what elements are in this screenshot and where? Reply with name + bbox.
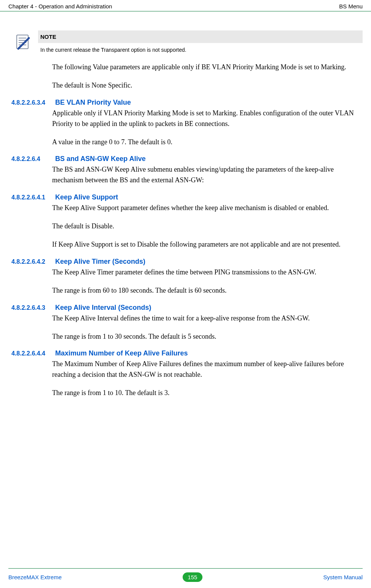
note-body: In the current release the Transparent o… xyxy=(38,43,363,53)
section-para: The Keep Alive Timer parameter defines t… xyxy=(52,267,359,278)
footer-row: BreezeMAX Extreme 155 System Manual xyxy=(8,572,363,582)
section-para: The BS and ASN-GW Keep Alive submenu ena… xyxy=(52,164,359,186)
section-para: The range is from 1 to 10. The default i… xyxy=(52,388,359,398)
section-para: The Keep Alive Support parameter defines… xyxy=(52,203,359,214)
note-text-wrap: NOTE In the current release the Transpar… xyxy=(38,30,363,53)
section-body: The Keep Alive Support parameter defines… xyxy=(52,203,359,250)
section-body: The Maximum Number of Keep Alive Failure… xyxy=(52,359,359,398)
page-footer: BreezeMAX Extreme 155 System Manual xyxy=(0,568,371,588)
note-label: NOTE xyxy=(38,30,363,43)
section-body: The Keep Alive Timer parameter defines t… xyxy=(52,267,359,296)
section-para: The Maximum Number of Keep Alive Failure… xyxy=(52,359,359,380)
section-number: 4.8.2.2.6.4.4 xyxy=(8,350,55,357)
page-number-badge: 155 xyxy=(183,572,202,582)
section-number: 4.8.2.2.6.4.3 xyxy=(8,304,55,311)
section-number: 4.8.2.2.6.3.4 xyxy=(8,99,55,106)
section-title: BS and ASN-GW Keep Alive xyxy=(55,155,146,163)
section-title: Maximum Number of Keep Alive Failures xyxy=(55,349,188,357)
section-body: Applicable only if VLAN Priority Marking… xyxy=(52,108,359,148)
note-block: NOTE In the current release the Transpar… xyxy=(15,30,363,53)
section-title: Keep Alive Timer (Seconds) xyxy=(55,258,145,266)
section-title: Keep Alive Interval (Seconds) xyxy=(55,304,151,312)
section-number: 4.8.2.2.6.4.2 xyxy=(8,258,55,265)
section-para: Applicable only if VLAN Priority Marking… xyxy=(52,108,359,129)
section-body: The BS and ASN-GW Keep Alive submenu ena… xyxy=(52,164,359,186)
page-content: NOTE In the current release the Transpar… xyxy=(0,30,371,398)
page-header: Chapter 4 - Operation and Administration… xyxy=(0,0,371,11)
section-para: A value in the range 0 to 7. The default… xyxy=(52,137,359,148)
section-para: If Keep Alive Support is set to Disable … xyxy=(52,239,359,250)
footer-manual: System Manual xyxy=(323,574,363,580)
section-para: The Keep Alive Interval defines the time… xyxy=(52,313,359,324)
note-icon xyxy=(15,30,38,50)
footer-product: BreezeMAX Extreme xyxy=(8,574,62,580)
header-section: BS Menu xyxy=(339,3,363,10)
section-heading: 4.8.2.2.6.4.2 Keep Alive Timer (Seconds) xyxy=(8,258,363,266)
section-heading: 4.8.2.2.6.4.3 Keep Alive Interval (Secon… xyxy=(8,304,363,312)
section-para: The range is from 60 to 180 seconds. The… xyxy=(52,285,359,296)
intro-block: The following Value parameters are appli… xyxy=(52,62,359,91)
section-heading: 4.8.2.2.6.4 BS and ASN-GW Keep Alive xyxy=(8,155,363,163)
intro-para-2: The default is None Specific. xyxy=(52,80,359,91)
section-title: Keep Alive Support xyxy=(55,193,118,201)
section-number: 4.8.2.2.6.4.1 xyxy=(8,194,55,201)
section-para: The range is from 1 to 30 seconds. The d… xyxy=(52,331,359,342)
section-heading: 4.8.2.2.6.4.4 Maximum Number of Keep Ali… xyxy=(8,349,363,357)
section-heading: 4.8.2.2.6.4.1 Keep Alive Support xyxy=(8,193,363,201)
section-number: 4.8.2.2.6.4 xyxy=(8,156,55,163)
footer-rule xyxy=(8,568,363,569)
section-body: The Keep Alive Interval defines the time… xyxy=(52,313,359,342)
section-heading: 4.8.2.2.6.3.4 BE VLAN Priority Value xyxy=(8,99,363,107)
intro-para-1: The following Value parameters are appli… xyxy=(52,62,359,73)
section-para: The default is Disable. xyxy=(52,221,359,232)
header-chapter: Chapter 4 - Operation and Administration xyxy=(8,3,112,10)
section-title: BE VLAN Priority Value xyxy=(55,99,131,107)
